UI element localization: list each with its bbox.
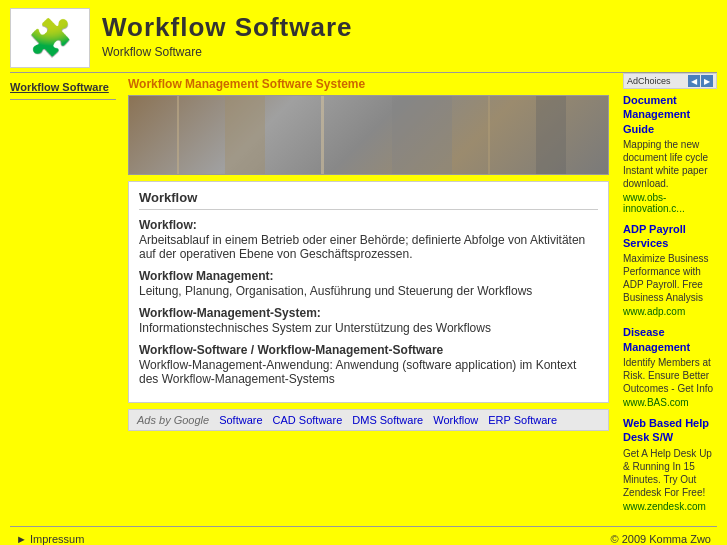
right-ad-title[interactable]: Disease Management: [623, 325, 717, 354]
site-subtitle: Workflow Software: [102, 45, 717, 59]
right-ad-title[interactable]: Document Management Guide: [623, 93, 717, 136]
ads-bar-link[interactable]: CAD Software: [273, 414, 343, 426]
definition-item: Workflow-Software / Workflow-Management-…: [139, 343, 598, 386]
right-ad-body: Get A Help Desk Up & Running In 15 Minut…: [623, 447, 717, 499]
main-layout: Workflow Software Workflow Management So…: [0, 73, 727, 520]
right-ad-url: www.BAS.com: [623, 397, 717, 408]
sidebar-nav-link[interactable]: Workflow Software: [10, 81, 116, 93]
definition-term: Workflow-Software / Workflow-Management-…: [139, 343, 598, 357]
arrow-left-btn[interactable]: ◀: [688, 75, 700, 87]
right-ad-url: www.zendesk.com: [623, 501, 717, 512]
adchoices-label: AdChoices: [627, 76, 671, 86]
ads-links: SoftwareCAD SoftwareDMS SoftwareWorkflow…: [219, 414, 557, 426]
right-ad-block: Document Management GuideMapping the new…: [623, 93, 717, 214]
puzzle-icon: 🧩: [28, 17, 73, 59]
hero-stripe-5: [488, 96, 490, 174]
definition-body: Arbeitsablauf in einem Betrieb oder eine…: [139, 233, 598, 261]
definition-term: Workflow:: [139, 218, 598, 232]
definition-body: Informationstechnisches System zur Unter…: [139, 321, 598, 335]
right-ad-url: www.adp.com: [623, 306, 717, 317]
definition-item: Workflow-Management-System:Informationst…: [139, 306, 598, 335]
header: 🧩 Workflow Software Workflow Software: [0, 0, 727, 72]
right-sidebar: AdChoices ◀ ▶ Document Management GuideM…: [617, 73, 717, 520]
hero-stripe-2: [225, 96, 265, 174]
right-ad-url: www.obs-innovation.c...: [623, 192, 717, 214]
definition-term: Workflow Management:: [139, 269, 598, 283]
hero-stripe-1: [177, 96, 179, 174]
arrow-right-btn[interactable]: ▶: [701, 75, 713, 87]
right-ad-body: Identify Members at Risk. Ensure Better …: [623, 356, 717, 395]
ads-bar: Ads by Google SoftwareCAD SoftwareDMS So…: [128, 409, 609, 431]
definition-body: Workflow-Management-Anwendung: Anwendung…: [139, 358, 598, 386]
definitions-list: Workflow:Arbeitsablauf in einem Betrieb …: [139, 218, 598, 386]
footer-impressum: Impressum: [16, 533, 84, 545]
title-area: Workflow Software Workflow Software: [102, 8, 717, 59]
right-ad-title[interactable]: ADP Payroll Services: [623, 222, 717, 251]
right-ad-block: Web Based Help Desk S/WGet A Help Desk U…: [623, 416, 717, 512]
right-ad-body: Maximize Business Performance with ADP P…: [623, 252, 717, 304]
hero-stripe-3: [321, 96, 324, 174]
definition-item: Workflow:Arbeitsablauf in einem Betrieb …: [139, 218, 598, 261]
adchoices-arrows: ◀ ▶: [688, 75, 713, 87]
content-box: Workflow Workflow:Arbeitsablauf in einem…: [128, 181, 609, 403]
content-box-title: Workflow: [139, 190, 598, 210]
hero-stripe-6: [536, 96, 566, 174]
adchoices-bar: AdChoices ◀ ▶: [623, 73, 717, 89]
hero-image: [128, 95, 609, 175]
right-ad-title[interactable]: Web Based Help Desk S/W: [623, 416, 717, 445]
impressum-link[interactable]: Impressum: [30, 533, 84, 545]
site-title: Workflow Software: [102, 12, 717, 43]
definition-item: Workflow Management:Leitung, Planung, Or…: [139, 269, 598, 298]
right-ads-list: Document Management GuideMapping the new…: [623, 93, 717, 512]
definition-term: Workflow-Management-System:: [139, 306, 598, 320]
footer: Impressum © 2009 Komma Zwo: [0, 527, 727, 545]
ads-by-google-label: Ads by Google: [137, 414, 209, 426]
orange-bar: Workflow Management Software Systeme: [128, 73, 609, 95]
ads-bar-link[interactable]: DMS Software: [352, 414, 423, 426]
sidebar-divider: [10, 99, 116, 100]
right-ad-block: ADP Payroll ServicesMaximize Business Pe…: [623, 222, 717, 318]
footer-copyright: © 2009 Komma Zwo: [611, 533, 711, 545]
ads-bar-link[interactable]: Workflow: [433, 414, 478, 426]
sidebar: Workflow Software: [10, 73, 120, 520]
right-ad-block: Disease ManagementIdentify Members at Ri…: [623, 325, 717, 408]
right-ad-body: Mapping the new document life cycle Inst…: [623, 138, 717, 190]
hero-stripe-4: [392, 96, 452, 174]
workflow-mgmt-link[interactable]: Workflow Management Software Systeme: [128, 77, 365, 91]
content-area: Workflow Management Software Systeme Wor…: [120, 73, 617, 520]
ads-bar-link[interactable]: Software: [219, 414, 262, 426]
definition-body: Leitung, Planung, Organisation, Ausführu…: [139, 284, 598, 298]
ads-bar-link[interactable]: ERP Software: [488, 414, 557, 426]
logo: 🧩: [10, 8, 90, 68]
